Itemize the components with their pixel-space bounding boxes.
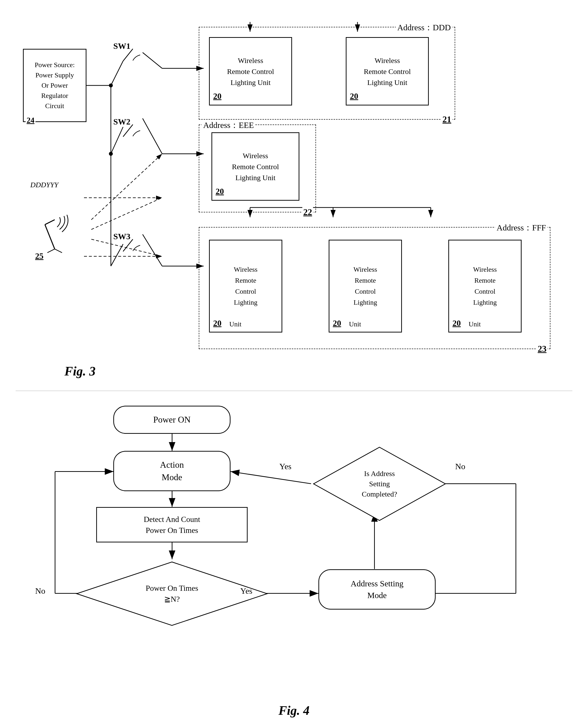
yes-label-2: Yes bbox=[279, 462, 291, 471]
action-mode-text: Action Mode bbox=[160, 459, 184, 483]
svg-line-33 bbox=[45, 220, 55, 225]
svg-line-20 bbox=[91, 198, 162, 230]
is-address-diamond: Is AddressSettingCompleted? bbox=[311, 445, 448, 523]
detect-count-text: Detect And Count Power On Times bbox=[144, 514, 200, 536]
unit-fff-2-number: 20 bbox=[333, 317, 341, 329]
power-source-text: Power Source:Power SupplyOr PowerRegulat… bbox=[35, 60, 75, 111]
power-on-text: Power ON bbox=[153, 413, 191, 426]
svg-line-6 bbox=[143, 52, 162, 68]
action-mode-box: Action Mode bbox=[113, 451, 231, 491]
unit-ddd-2-number: 20 bbox=[350, 90, 358, 102]
unit-eee-1-number: 20 bbox=[216, 185, 224, 197]
unit-fff-1: WirelessRemoteControlLighting 20 Unit bbox=[209, 240, 282, 333]
unit-ddd-1-number: 20 bbox=[213, 90, 222, 102]
unit-eee-1: WirelessRemote ControlLighting Unit 20 bbox=[211, 132, 299, 201]
dddyyy-label: DDDYYY bbox=[30, 180, 58, 189]
svg-line-11 bbox=[143, 119, 162, 154]
unit-ddd-1: WirelessRemote ControlLighting Unit 20 bbox=[209, 37, 292, 105]
unit-fff-2-text: WirelessRemoteControlLighting bbox=[354, 264, 377, 308]
addr-fff-group: Address：FFF 23 WirelessRemoteControlLigh… bbox=[199, 227, 550, 349]
fig3-diagram: Power Source:Power SupplyOr PowerRegulat… bbox=[16, 15, 572, 386]
unit-fff-1-text: WirelessRemoteControlLighting bbox=[234, 264, 258, 308]
unit-fff-2-unit-text: Unit bbox=[349, 319, 361, 329]
addr-eee-number: 22 bbox=[302, 207, 313, 217]
power-on-box: Power ON bbox=[113, 406, 231, 434]
addr-ddd-group: Address：DDD 21 WirelessRemote ControlLig… bbox=[199, 27, 455, 120]
unit-fff-3-unit-text: Unit bbox=[468, 319, 481, 329]
svg-point-9 bbox=[109, 152, 113, 156]
unit-ddd-2: WirelessRemote ControlLighting Unit 20 bbox=[346, 37, 429, 105]
unit-eee-1-text: WirelessRemote ControlLighting Unit bbox=[232, 150, 279, 183]
power-source-number: 24 bbox=[26, 115, 36, 126]
svg-line-32 bbox=[45, 225, 55, 249]
yes-label-1: Yes bbox=[240, 586, 252, 596]
addr-eee-group: Address：EEE 22 WirelessRemote ControlLig… bbox=[199, 125, 316, 212]
addr-ddd-label: Address：DDD bbox=[396, 22, 452, 33]
fig4-label: Fig. 4 bbox=[278, 703, 309, 718]
svg-line-34 bbox=[47, 249, 55, 253]
no-label-1: No bbox=[35, 586, 45, 596]
addr-fff-number: 23 bbox=[537, 344, 547, 354]
unit-fff-3: WirelessRemoteControlLighting 20 Unit bbox=[448, 240, 522, 333]
svg-line-35 bbox=[55, 249, 62, 253]
fig4-arrows bbox=[16, 391, 572, 726]
fig3-label: Fig. 3 bbox=[64, 364, 96, 378]
svg-line-15 bbox=[143, 234, 162, 266]
unit-fff-3-text: WirelessRemoteControlLighting bbox=[473, 264, 497, 308]
page: Power Source:Power SupplyOr PowerRegulat… bbox=[0, 0, 588, 726]
fig4-diagram: Power ON Action Mode Detect And Count Po… bbox=[16, 390, 572, 726]
antenna-icon bbox=[30, 205, 79, 254]
svg-point-4 bbox=[109, 84, 113, 87]
svg-line-28 bbox=[123, 49, 133, 61]
address-setting-text: Address Setting Mode bbox=[351, 578, 403, 601]
svg-line-31 bbox=[123, 239, 133, 252]
detect-count-box: Detect And Count Power On Times bbox=[96, 507, 248, 542]
unit-fff-2: WirelessRemoteControlLighting 20 Unit bbox=[329, 240, 402, 333]
unit-fff-3-number: 20 bbox=[453, 317, 461, 329]
label-25: 25 bbox=[35, 252, 43, 261]
addr-eee-label: Address：EEE bbox=[202, 120, 255, 131]
svg-line-30 bbox=[123, 125, 133, 137]
power-source-box: Power Source:Power SupplyOr PowerRegulat… bbox=[23, 49, 86, 122]
svg-line-42 bbox=[231, 472, 311, 484]
svg-line-19 bbox=[91, 154, 162, 220]
no-label-2: No bbox=[455, 462, 465, 471]
addr-ddd-number: 21 bbox=[441, 114, 452, 125]
unit-fff-1-unit-text: Unit bbox=[229, 319, 241, 329]
unit-ddd-2-text: WirelessRemote ControlLighting Unit bbox=[364, 55, 411, 88]
address-setting-box: Address Setting Mode bbox=[318, 569, 436, 610]
unit-fff-1-number: 20 bbox=[213, 317, 222, 329]
unit-ddd-1-text: WirelessRemote ControlLighting Unit bbox=[227, 55, 274, 88]
addr-fff-label: Address：FFF bbox=[495, 222, 547, 233]
